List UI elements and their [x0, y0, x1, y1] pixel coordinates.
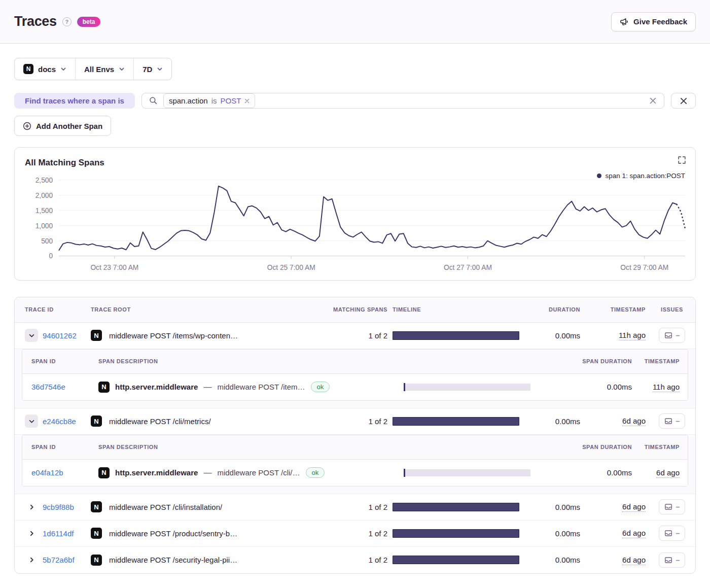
collapse-row-button[interactable] — [25, 414, 38, 428]
issues-button[interactable]: – — [659, 526, 686, 541]
span-timeline-bar[interactable] — [404, 469, 530, 476]
span-timestamp[interactable]: 6d ago — [656, 468, 680, 478]
trace-duration: 0.00ms — [524, 417, 580, 426]
trace-row[interactable]: 1d6114df N middleware POST /product/sent… — [15, 521, 695, 547]
token-key: span.action — [169, 96, 208, 105]
environment-filter[interactable]: All Envs — [75, 58, 133, 80]
span-id-link[interactable]: e04fa12b — [31, 468, 63, 477]
trace-root-text: middleware POST /items/wp-conten… — [109, 331, 238, 340]
span-duration: 0.00ms — [536, 383, 632, 391]
token-value: POST — [221, 96, 241, 105]
trace-id-link[interactable]: 94601262 — [43, 331, 77, 340]
help-icon[interactable]: ? — [62, 17, 72, 26]
chevron-down-icon — [60, 66, 66, 72]
trace-id-link[interactable]: 1d6114df — [43, 529, 74, 538]
span-description-text: middleware POST /item… — [217, 383, 305, 391]
spans-table-header: Span ID Span Description Span Duration T… — [22, 350, 688, 374]
span-condition-label[interactable]: Find traces where a span is — [14, 93, 135, 109]
expand-row-button[interactable] — [25, 554, 38, 567]
column-header-span-id: Span ID — [22, 444, 98, 450]
trace-timestamp[interactable]: 6d ago — [622, 417, 646, 426]
column-header-span-id: Span ID — [22, 358, 98, 364]
remove-span-condition-button[interactable] — [671, 93, 696, 109]
column-header-span-description: Span Description — [98, 444, 399, 450]
issues-button[interactable]: – — [659, 552, 686, 568]
page-header: Traces ? beta Give Feedback — [0, 0, 710, 44]
svg-text:2,000: 2,000 — [36, 192, 53, 199]
nextjs-project-icon: N — [23, 64, 33, 74]
add-another-span-label: Add Another Span — [36, 122, 102, 130]
trace-row[interactable]: 94601262 N middleware POST /items/wp-con… — [15, 323, 695, 349]
column-header-matching-spans: Matching Spans — [332, 306, 387, 313]
trace-timestamp[interactable]: 11h ago — [619, 331, 646, 340]
span-row[interactable]: e04fa12b N http.server.middleware — midd… — [22, 460, 688, 486]
nextjs-project-icon: N — [98, 382, 110, 393]
fullscreen-icon[interactable] — [678, 156, 686, 164]
legend-dot-icon — [597, 174, 601, 178]
span-id-link[interactable]: 36d7546e — [31, 383, 65, 391]
column-header-timestamp: Timestamp — [580, 306, 649, 313]
trace-row[interactable]: 5b72a6bf N middleware POST /security-leg… — [15, 547, 695, 573]
span-status-badge: ok — [306, 467, 325, 478]
project-filter[interactable]: N docs — [15, 58, 75, 80]
inbox-icon — [664, 556, 672, 564]
timeline-bar[interactable] — [393, 503, 519, 511]
issues-button[interactable]: – — [659, 328, 686, 343]
spans-line-chart[interactable]: 2,5002,0001,5001,0005000Oct 23 7:00 AMOc… — [23, 175, 687, 275]
trace-timestamp[interactable]: 6d ago — [622, 556, 646, 565]
traces-table-header: Trace ID Trace Root Matching Spans Timel… — [15, 297, 695, 323]
trace-row[interactable]: e246cb8e N middleware POST /cli/metrics/… — [15, 408, 695, 435]
nextjs-project-icon: N — [91, 416, 102, 427]
trace-duration: 0.00ms — [524, 503, 580, 511]
column-header-span-timestamp: Timestamp — [632, 358, 688, 364]
matching-spans-count: 1 of 2 — [332, 503, 387, 511]
chevron-down-icon — [157, 66, 163, 72]
nextjs-project-icon: N — [98, 467, 110, 478]
matching-spans-count: 1 of 2 — [332, 556, 387, 564]
collapse-row-button[interactable] — [25, 329, 38, 342]
column-header-trace-id: Trace ID — [15, 306, 91, 313]
trace-id-link[interactable]: e246cb8e — [43, 417, 76, 426]
timeline-bar[interactable] — [393, 417, 519, 426]
expanded-spans-section: Span ID Span Description Span Duration T… — [15, 435, 695, 494]
give-feedback-button[interactable]: Give Feedback — [611, 12, 696, 31]
column-header-span-duration: Span Duration — [536, 358, 632, 364]
issues-button[interactable]: – — [659, 413, 686, 429]
token-operator: is — [211, 96, 217, 105]
span-search-bar[interactable]: span.action is POST — [141, 93, 664, 109]
trace-timestamp[interactable]: 6d ago — [622, 502, 646, 512]
span-description-text: middleware POST /cli/… — [217, 468, 300, 477]
expand-row-button[interactable] — [25, 500, 38, 513]
no-issues-dash: – — [676, 557, 680, 564]
svg-text:0: 0 — [49, 252, 53, 260]
column-header-span-duration: Span Duration — [536, 444, 632, 450]
trace-id-link[interactable]: 9cb9f88b — [43, 503, 74, 511]
expand-row-button[interactable] — [25, 527, 38, 540]
column-header-timeline: Timeline — [387, 306, 524, 313]
search-token[interactable]: span.action is POST — [163, 93, 255, 108]
svg-text:500: 500 — [41, 237, 53, 245]
trace-root-text: middleware POST /product/sentry-b… — [109, 529, 237, 538]
span-status-badge: ok — [311, 382, 330, 392]
trace-row[interactable]: 9cb9f88b N middleware POST /cli/installa… — [15, 494, 695, 521]
timeline-bar[interactable] — [393, 556, 519, 564]
span-search-input[interactable] — [261, 96, 644, 105]
timeline-bar[interactable] — [393, 529, 519, 538]
span-row[interactable]: 36d7546e N http.server.middleware — midd… — [22, 374, 688, 400]
no-issues-dash: – — [676, 503, 680, 510]
trace-timestamp[interactable]: 6d ago — [622, 529, 646, 538]
add-another-span-button[interactable]: Add Another Span — [14, 116, 111, 136]
timeline-bar[interactable] — [393, 331, 519, 340]
environment-filter-label: All Envs — [84, 65, 114, 74]
clear-search-icon[interactable] — [649, 97, 657, 105]
issues-button[interactable]: – — [659, 499, 686, 514]
chart-legend-item[interactable]: span 1: span.action:POST — [597, 172, 685, 180]
date-range-filter[interactable]: 7D — [133, 58, 171, 80]
remove-token-icon[interactable] — [244, 98, 250, 103]
trace-duration: 0.00ms — [524, 331, 580, 340]
span-timeline-bar[interactable] — [404, 384, 530, 391]
span-timestamp[interactable]: 11h ago — [653, 383, 680, 392]
project-filter-label: docs — [38, 65, 56, 74]
trace-id-link[interactable]: 5b72a6bf — [43, 556, 75, 564]
no-issues-dash: – — [676, 332, 680, 339]
